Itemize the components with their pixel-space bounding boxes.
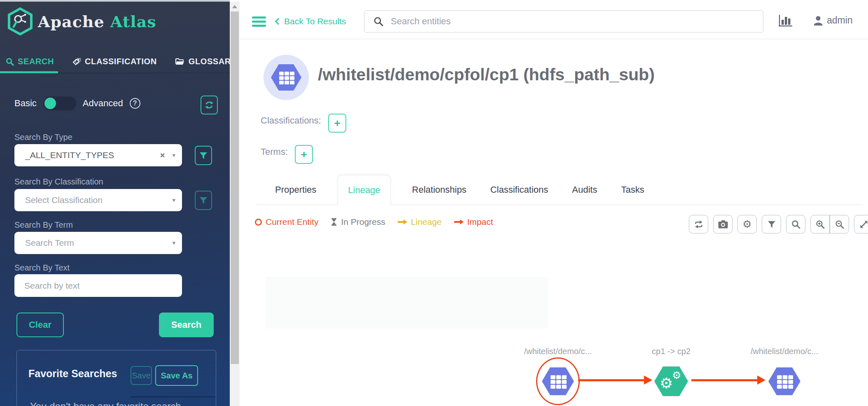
favorite-save-as-button[interactable]: Save As: [155, 365, 198, 386]
sidebar-tab-search-label: SEARCH: [18, 57, 54, 66]
search-by-type-select[interactable]: _ALL_ENTITY_TYPES × ▾: [14, 144, 182, 166]
viewport-top-strip: [0, 0, 230, 2]
lineage-edge-arrowhead: [644, 376, 652, 385]
entity-type-avatar: [264, 55, 309, 100]
classification-placeholder: Select Classification: [25, 195, 172, 205]
tab-classifications[interactable]: Classifications: [488, 184, 551, 195]
top-bar: Back To Results admin: [240, 0, 868, 39]
add-term-button[interactable]: +: [295, 145, 313, 164]
hourglass-icon: [331, 218, 337, 226]
sidebar-tab-glossary[interactable]: GLOSSARY: [175, 57, 236, 66]
chevron-down-icon: ▾: [172, 152, 175, 159]
zoom-in-button[interactable]: [810, 215, 830, 233]
sidebar-tab-classification-label: CLASSIFICATION: [85, 57, 157, 66]
sidebar-tab-classification[interactable]: CLASSIFICATION: [72, 57, 157, 66]
legend-current-entity: Current Entity: [255, 217, 318, 227]
lineage-entity-node-cp1[interactable]: [541, 367, 574, 397]
swap-arrows-icon: [694, 220, 704, 229]
entity-search-input[interactable]: [391, 16, 763, 27]
search-by-text-input[interactable]: [14, 274, 182, 297]
entity-search-box: [364, 10, 763, 33]
lineage-node-label: /whitelist/demo/c...: [509, 347, 607, 356]
sidebar-scrollbar[interactable]: [230, 2, 240, 406]
toggle-lineage-type-button[interactable]: [689, 215, 708, 233]
filter-icon: [199, 152, 208, 159]
lineage-process-node[interactable]: ⚙ ⚙: [654, 366, 688, 398]
tab-properties[interactable]: Properties: [273, 184, 319, 195]
zoom-in-icon: [816, 220, 825, 229]
sidebar-tab-glossary-label: GLOSSARY: [189, 57, 236, 66]
current-entity-circle-icon: [255, 219, 262, 226]
atlas-hexagon-logo-icon: [7, 7, 33, 35]
back-to-results-label: Back To Results: [284, 16, 346, 26]
chevron-left-icon: [275, 18, 282, 25]
sidebar-tab-search[interactable]: SEARCH: [6, 57, 54, 66]
clear-button[interactable]: Clear: [16, 313, 64, 337]
term-placeholder: Search Term: [25, 238, 172, 248]
export-screenshot-button[interactable]: [713, 215, 733, 233]
tab-relationships[interactable]: Relationships: [410, 184, 469, 195]
search-button[interactable]: Search: [159, 313, 214, 337]
lineage-entity-node-cp2[interactable]: [768, 367, 801, 397]
advanced-mode-label: Advanced: [83, 98, 123, 109]
user-icon: [813, 15, 824, 26]
classifications-label: Classifications:: [261, 115, 321, 126]
search-node-button[interactable]: [786, 215, 805, 233]
favorite-save-button[interactable]: Save: [131, 366, 152, 385]
clear-type-icon[interactable]: ×: [160, 151, 165, 160]
tab-audits[interactable]: Audits: [569, 184, 600, 195]
hdfs-table-hexagon-icon: [271, 64, 302, 91]
search-by-classification-select[interactable]: Select Classification ▾: [14, 189, 182, 211]
table-hexagon-icon: [768, 367, 801, 396]
filter-lineage-button[interactable]: [762, 215, 781, 233]
lineage-edge: [578, 379, 645, 381]
user-menu[interactable]: admin: [813, 15, 853, 26]
type-attribute-filter-button[interactable]: [195, 146, 212, 165]
search-by-type-value: _ALL_ENTITY_TYPES: [25, 150, 160, 160]
advanced-help-icon[interactable]: ?: [130, 98, 140, 109]
zoom-out-button[interactable]: [830, 215, 849, 233]
impact-edge: [691, 379, 758, 381]
lineage-node-label: cp1 -> cp2: [622, 347, 721, 356]
basic-advanced-toggle[interactable]: [43, 96, 76, 110]
add-classification-button[interactable]: +: [328, 114, 346, 133]
search-icon: [6, 58, 14, 66]
toggle-knob: [44, 98, 56, 109]
impact-edge-arrowhead: [757, 376, 765, 385]
filter-icon: [768, 221, 776, 228]
table-hexagon-icon: [541, 367, 574, 396]
favorite-searches-panel: Favorite Searches Save Save As You don't…: [16, 350, 216, 406]
statistics-icon[interactable]: [778, 14, 793, 29]
username-label: admin: [827, 15, 853, 26]
lineage-legend: Current Entity In Progress Lineage Imp: [255, 217, 493, 227]
scrollbar-up-arrow[interactable]: [232, 5, 237, 8]
brand-title: Apache Atlas: [38, 12, 156, 31]
fullscreen-button[interactable]: [854, 215, 868, 233]
classification-attribute-filter-button[interactable]: [195, 191, 212, 210]
favorite-searches-title: Favorite Searches: [28, 368, 117, 380]
back-to-results-link[interactable]: Back To Results: [276, 16, 346, 26]
sidebar: Apache Atlas SEARCH CLASSIFICATION GLOSS…: [0, 2, 230, 406]
settings-button[interactable]: ⚙: [737, 215, 757, 233]
legend-lineage: Lineage: [398, 217, 442, 227]
entity-tabs: Properties Lineage Relationships Classif…: [256, 175, 863, 205]
zoom-out-icon: [835, 220, 844, 229]
menu-hamburger-icon[interactable]: [252, 16, 266, 27]
entity-title: /whitelist/demo/cpfol/cp1 (hdfs_path_sub…: [318, 65, 655, 84]
chevron-down-icon: ▾: [172, 196, 175, 204]
gear-icon: ⚙: [742, 219, 751, 229]
chevron-down-icon: ▾: [172, 239, 175, 247]
search-by-type-label: Search By Type: [14, 133, 72, 142]
refresh-search-button[interactable]: [201, 96, 218, 114]
favorites-divider: [131, 397, 215, 397]
lineage-toolbar: ⚙: [689, 215, 868, 233]
scrollbar-thumb[interactable]: [231, 12, 239, 364]
search-by-text-label: Search By Text: [14, 263, 70, 273]
tab-tasks[interactable]: Tasks: [618, 184, 646, 195]
tab-lineage[interactable]: Lineage: [338, 175, 390, 205]
tag-icon: [72, 58, 81, 66]
search-by-term-label: Search By Term: [14, 220, 73, 230]
app-logo[interactable]: Apache Atlas: [7, 7, 156, 35]
sidebar-nav: SEARCH CLASSIFICATION GLOSSARY: [0, 50, 230, 73]
search-by-term-select[interactable]: Search Term ▾: [14, 232, 182, 254]
